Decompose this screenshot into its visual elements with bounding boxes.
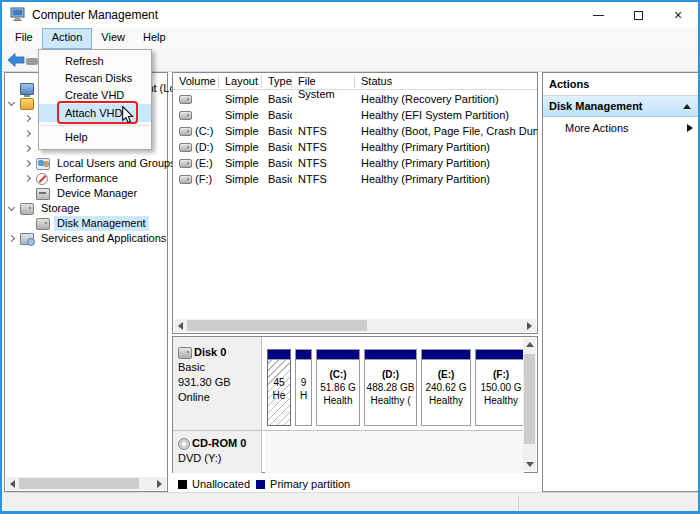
chevron-collapsed-icon[interactable]: [24, 130, 31, 137]
volume-list-horizontal-scrollbar[interactable]: [174, 319, 536, 332]
tree-item-local-users-and-groups[interactable]: Local Users and Groups: [5, 156, 167, 171]
no-chevron: [8, 85, 15, 92]
chevron-collapsed-icon[interactable]: [24, 115, 31, 122]
maximize-button[interactable]: [618, 2, 658, 28]
volume-status: Healthy (Primary Partition): [355, 157, 537, 169]
volume-layout: Simple: [219, 109, 262, 121]
partition-0[interactable]: 45He: [267, 349, 291, 426]
chevron-expanded-icon[interactable]: [8, 203, 15, 210]
chevron-collapsed-icon[interactable]: [24, 145, 31, 152]
tree-item-disk-management[interactable]: Disk Management: [5, 216, 167, 231]
menubar-item-action[interactable]: Action: [42, 28, 93, 49]
volume-row-f[interactable]: (F:)SimpleBasicNTFSHealthy (Primary Part…: [173, 171, 537, 187]
computer-icon: [10, 7, 26, 22]
volume-file-system: NTFS: [292, 125, 355, 137]
tree-item-device-manager[interactable]: Device Manager: [5, 186, 167, 201]
column-header-type[interactable]: Type: [262, 75, 292, 88]
disk-pane-scroll-thumb[interactable]: [524, 354, 535, 444]
tree-item-label: Local Users and Groups: [54, 156, 179, 171]
disk0-size: 931.30 GB: [178, 375, 261, 390]
scroll-left-icon[interactable]: [6, 477, 19, 490]
tree-item-label: Disk Management: [54, 216, 149, 231]
volume-row-1[interactable]: SimpleBasicHealthy (EFI System Partition…: [173, 107, 537, 123]
cd-icon: [178, 438, 190, 450]
scroll-up-icon[interactable]: [523, 338, 536, 351]
minimize-button[interactable]: [578, 2, 618, 28]
tree-item-services-and-applications[interactable]: Services and Applications: [5, 231, 167, 246]
menu-item-rescan-disks[interactable]: Rescan Disks: [39, 70, 151, 87]
tree-item-performance[interactable]: Performance: [5, 171, 167, 186]
services-icon: [20, 233, 34, 245]
partition-e[interactable]: (E:)240.62 GHealthy: [421, 349, 471, 426]
volume-icon: [179, 127, 192, 136]
column-header-status[interactable]: Status: [355, 75, 537, 88]
device-manager-icon: [36, 188, 50, 200]
partition-legend: UnallocatedPrimary partition: [172, 476, 538, 492]
scroll-down-icon[interactable]: [523, 458, 536, 471]
users-icon: [36, 158, 50, 170]
volume-icon: [179, 175, 192, 184]
partition-1[interactable]: 9H: [295, 349, 312, 426]
chevron-collapsed-icon[interactable]: [24, 175, 31, 182]
actions-panel: Actions Disk Management More Actions: [542, 72, 700, 492]
scroll-right-icon[interactable]: [153, 477, 166, 490]
tree-horizontal-scrollbar[interactable]: [6, 477, 166, 490]
scroll-left-icon[interactable]: [174, 319, 187, 332]
scroll-right-icon[interactable]: [523, 319, 536, 332]
chevron-expanded-icon[interactable]: [8, 98, 15, 105]
volume-row-0[interactable]: SimpleBasicHealthy (Recovery Partition): [173, 91, 537, 107]
volume-type: Basic: [262, 125, 292, 137]
tree-scroll-thumb[interactable]: [19, 478, 139, 489]
column-header-volume[interactable]: Volume: [173, 75, 219, 88]
maximize-icon: [634, 11, 643, 20]
partition-c[interactable]: (C:)51.86 GHealth: [316, 349, 360, 426]
close-icon: ×: [674, 8, 682, 22]
menubar-item-view[interactable]: View: [92, 28, 134, 49]
volume-row-c[interactable]: (C:)SimpleBasicNTFSHealthy (Boot, Page F…: [173, 123, 537, 139]
close-button[interactable]: ×: [658, 2, 698, 28]
menubar-item-help[interactable]: Help: [134, 28, 175, 49]
disk-pane-vertical-scrollbar[interactable]: [523, 338, 536, 471]
volume-row-e[interactable]: (E:)SimpleBasicNTFSHealthy (Primary Part…: [173, 155, 537, 171]
volume-row-d[interactable]: (D:)SimpleBasicNTFSHealthy (Primary Part…: [173, 139, 537, 155]
column-header-file-system[interactable]: File System: [292, 75, 355, 88]
chevron-collapsed-icon[interactable]: [24, 160, 31, 167]
column-header-layout[interactable]: Layout: [219, 75, 262, 88]
volume-file-system: NTFS: [292, 141, 355, 153]
partial-hidden-icon: [26, 58, 38, 65]
more-actions-item[interactable]: More Actions: [543, 117, 699, 139]
volume-status: Healthy (Primary Partition): [355, 141, 537, 153]
back-icon[interactable]: [8, 53, 25, 67]
primary-partition-band: [422, 350, 470, 360]
tools-icon: [20, 98, 34, 110]
menu-item-help[interactable]: Help: [39, 129, 151, 146]
volume-icon: [179, 111, 192, 120]
collapse-icon[interactable]: [683, 104, 691, 109]
volume-icon: [179, 143, 192, 152]
legend-label: Primary partition: [270, 478, 350, 490]
legend-swatch-primary-partition: [256, 480, 265, 489]
partition-d[interactable]: (D:)488.28 GBHealthy (: [364, 349, 417, 426]
volume-list-scroll-thumb[interactable]: [187, 320, 367, 331]
window-title: Computer Management: [32, 8, 158, 22]
actions-title: Actions: [543, 73, 699, 96]
volume-type: Basic: [262, 173, 292, 185]
menubar-item-file[interactable]: File: [6, 28, 42, 49]
disk0-label: Disk 0 Basic 931.30 GB Online: [173, 337, 262, 430]
menu-separator: [41, 125, 149, 126]
submenu-arrow-icon: [687, 124, 693, 132]
menu-item-refresh[interactable]: Refresh: [39, 53, 151, 70]
tree-item-label: Storage: [38, 201, 83, 216]
chevron-collapsed-icon[interactable]: [8, 235, 15, 242]
actions-group-disk-management[interactable]: Disk Management: [543, 96, 699, 117]
tree-item-storage[interactable]: Storage: [5, 201, 167, 216]
partition-text: (D:)488.28 GBHealthy (: [365, 360, 416, 407]
menu-item-create-vhd[interactable]: Create VHD: [39, 87, 151, 104]
volume-name: (D:): [195, 141, 213, 153]
menu-bar: FileActionViewHelp: [2, 28, 698, 49]
partition-f[interactable]: (F:)150.00 GHealthy: [475, 349, 527, 426]
tree-item-label: Services and Applications: [38, 231, 169, 246]
cdrom-media: DVD (Y:): [178, 451, 261, 466]
volume-list-header: VolumeLayoutTypeFile SystemStatus: [173, 73, 537, 90]
tree-item-label: Device Manager: [54, 186, 140, 201]
